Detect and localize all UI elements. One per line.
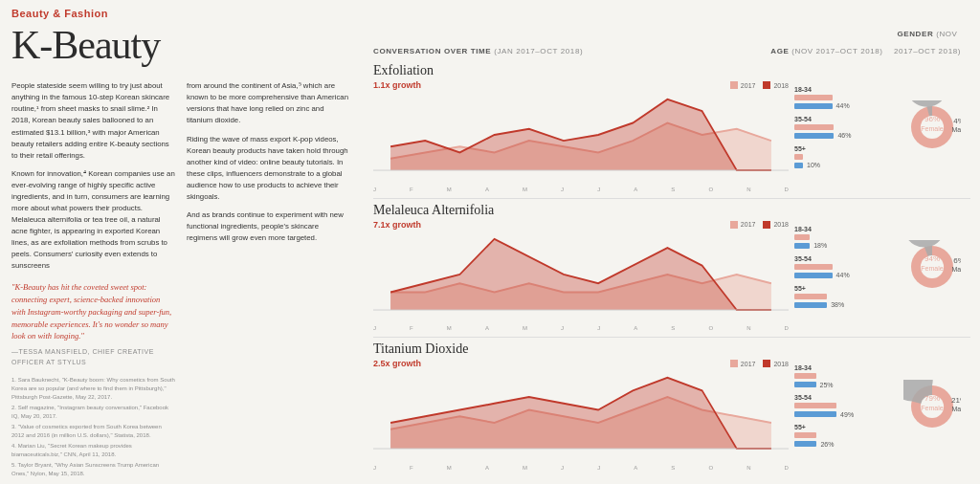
svg-text:79%: 79% [924,394,940,403]
svg-text:94%: 94% [924,254,940,263]
topic-title-melaleuca: Melaleuca Alternifolia [373,203,789,218]
quote-text: "K-Beauty has hit the coveted sweet spot… [11,281,175,342]
growth-label-exfoliation: 1.1x growth [373,80,421,90]
age-group-18-34-melaleuca: 18-3418% [794,226,894,250]
gender-label: GENDER (Nov 2017–Oct 2018) [894,30,961,55]
svg-text:4%: 4% [953,117,961,125]
topic-block-titanium-dioxide: Titanium Dioxide2.5x growth 2017 2018 JF… [373,341,970,476]
topic-block-melaleuca: Melaleuca Alternifolia7.1x growth 2017 2… [373,203,970,339]
article-col-2: from around the continent of Asia,⁵ whic… [187,80,350,484]
age-bars-exfoliation: 18-3444%35-5446%55+10% [789,63,894,192]
legend-2017-titanium-dioxide: 2017 [730,360,756,367]
footnote-3: 3. "Value of cosmetics exported from Sou… [11,423,175,440]
chart-area-melaleuca: Melaleuca Alternifolia7.1x growth 2017 2… [373,203,789,332]
chart-area-exfoliation: Exfoliation1.1x growth 2017 2018 JFMAMJJ… [373,63,789,192]
growth-label-titanium-dioxide: 2.5x growth [373,359,421,368]
age-group-55plus-titanium-dioxide: 55+26% [794,424,894,448]
chart-legend-melaleuca: 2017 2018 [730,221,789,229]
article-body: People stateside seem willing to try jus… [11,80,350,484]
article-col-1: People stateside seem willing to try jus… [11,80,175,484]
svg-text:21%: 21% [951,396,961,405]
growth-label-melaleuca: 7.1x growth [373,220,421,230]
col2-p2: Riding the wave of mass export K-pop vid… [187,134,350,203]
age-bars-melaleuca: 18-3418%35-5444%55+38% [789,203,894,332]
legend-2018-exfoliation: 2018 [763,81,789,89]
legend-dot-2017-titanium-dioxide [730,360,738,367]
axis-labels-melaleuca: JFMAMJJASOND [373,325,789,331]
svg-text:Male: Male [951,406,961,412]
legend-2018-melaleuca: 2018 [763,221,789,229]
article-title: K-Beauty [11,23,350,67]
main-content: K-Beauty People stateside seem willing t… [0,23,980,484]
topic-title-titanium-dioxide: Titanium Dioxide [373,341,789,357]
chart-legend-titanium-dioxide: 2017 2018 [730,360,789,367]
svg-text:Male: Male [951,126,961,133]
right-panel: CONVERSATION OVER TIME (Jan 2017–Oct 201… [364,23,980,484]
legend-dot-2018-exfoliation [763,81,770,89]
quote-attr: —TESSA MANSFIELD, CHIEF CREATIVE OFFICER… [11,347,175,368]
col2-p3: And as brands continue to experiment wit… [187,209,350,244]
quote-block: "K-Beauty has hit the coveted sweet spot… [11,281,175,367]
category-label: Beauty & Fashion [0,0,980,23]
chart-area-titanium-dioxide: Titanium Dioxide2.5x growth 2017 2018 JF… [373,341,789,471]
age-group-35-54-titanium-dioxide: 35-5449% [794,394,894,418]
svg-text:Female: Female [921,405,943,411]
legend-dot-2017-exfoliation [730,81,738,89]
legend-2017-melaleuca: 2017 [730,221,756,229]
svg-text:Female: Female [921,265,943,272]
svg-text:6%: 6% [953,256,961,265]
chart-legend-exfoliation: 2017 2018 [730,81,789,89]
svg-text:Male: Male [951,266,961,273]
conversation-label: CONVERSATION OVER TIME (Jan 2017–Oct 201… [373,47,583,55]
footnote-5: 5. Taylor Bryant, "Why Asian Sunscreens … [11,461,175,478]
age-group-35-54-exfoliation: 35-5446% [794,116,894,140]
conversation-header: CONVERSATION OVER TIME (Jan 2017–Oct 201… [373,40,769,57]
age-label: AGE (Nov 2017–Oct 2018) [770,47,882,55]
gender-donut-titanium-dioxide: 79% Female 21% Male [894,341,970,471]
gender-donut-melaleuca: 94% Female 6% Male [894,203,970,332]
age-group-55plus-exfoliation: 55+10% [794,145,894,169]
svg-wrap-melaleuca [373,231,789,325]
legend-2018-titanium-dioxide: 2018 [763,360,789,367]
svg-text:Female: Female [921,125,943,132]
legend-dot-2018-titanium-dioxide [763,360,770,367]
col2-p1: from around the continent of Asia,⁵ whic… [187,80,350,126]
legend-dot-2017-melaleuca [730,221,738,229]
footnotes: 1. Sara Bauknecht, "K-Beauty boom: Why c… [11,376,175,484]
legend-2017-exfoliation: 2017 [730,81,756,89]
age-group-55plus-melaleuca: 55+38% [794,285,894,309]
left-panel: K-Beauty People stateside seem willing t… [0,23,364,484]
footnote-4: 4. Marian Liu, "Secret Korean makeup pro… [11,442,175,459]
col1-p1: People stateside seem willing to try jus… [11,80,175,162]
footnote-2: 2. Self magazine, "Instagram beauty conv… [11,404,175,421]
gender-header: GENDER (Nov 2017–Oct 2018) [884,23,970,57]
footnote-1: 1. Sara Bauknecht, "K-Beauty boom: Why c… [11,376,175,402]
gender-donut-exfoliation: 96% Female 4% Male [894,63,970,192]
right-panel-header: CONVERSATION OVER TIME (Jan 2017–Oct 201… [373,23,970,57]
svg-marker-1 [390,99,771,170]
legend-dot-2018-melaleuca [763,221,770,229]
svg-wrap-exfoliation [373,92,789,186]
svg-text:96%: 96% [924,115,940,123]
svg-wrap-titanium-dioxide [373,370,789,464]
axis-labels-exfoliation: JFMAMJJASOND [373,187,789,192]
age-group-18-34-exfoliation: 18-3444% [794,86,894,110]
col1-p2: Known for innovation,⁴ Korean companies … [11,168,175,273]
topic-title-exfoliation: Exfoliation [373,63,789,78]
age-group-18-34-titanium-dioxide: 18-3425% [794,364,894,388]
svg-marker-19 [390,378,771,449]
topics-container: Exfoliation1.1x growth 2017 2018 JFMAMJJ… [373,63,970,476]
svg-marker-10 [390,238,771,309]
age-group-35-54-melaleuca: 35-5444% [794,255,894,279]
age-bars-titanium-dioxide: 18-3425%35-5449%55+26% [789,341,894,471]
age-header: AGE (Nov 2017–Oct 2018) [769,40,884,57]
axis-labels-titanium-dioxide: JFMAMJJASOND [373,465,789,471]
topic-block-exfoliation: Exfoliation1.1x growth 2017 2018 JFMAMJJ… [373,63,970,199]
